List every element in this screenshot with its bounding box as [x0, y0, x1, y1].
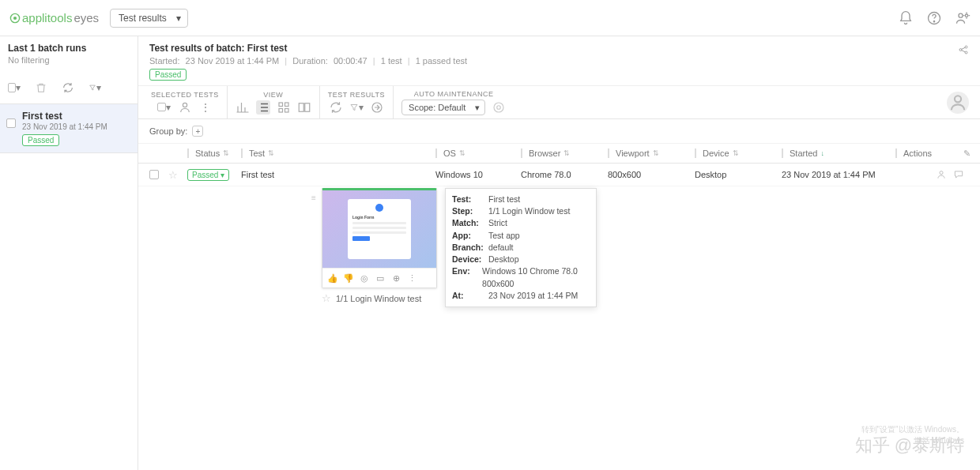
help-icon[interactable]: [926, 10, 942, 26]
col-test[interactable]: Test⇅: [241, 149, 435, 158]
batch-status-badge: Passed: [22, 134, 59, 146]
admin-icon[interactable]: [955, 10, 971, 26]
trash-icon[interactable]: [35, 81, 47, 94]
svg-point-1: [13, 16, 17, 19]
col-status[interactable]: Status⇅: [187, 149, 241, 158]
sidebar: Last 1 batch runs No filtering ▾ ▾ First…: [0, 36, 138, 470]
user-avatar[interactable]: [947, 92, 969, 114]
group-by-label: Group by:: [149, 126, 187, 136]
group-selected-label: SELECTED TESTS: [151, 91, 219, 99]
view-list-icon[interactable]: [256, 100, 270, 115]
tt-env: Windows 10 Chrome 78.0 800x600: [482, 265, 590, 289]
select-rows-checkbox[interactable]: ▾: [157, 100, 172, 115]
tt-step: 1/1 Login Window test: [488, 205, 570, 217]
meta-duration: 00:00:47: [334, 56, 368, 66]
sidebar-title: Last 1 batch runs: [8, 43, 130, 54]
group-by-row: Group by: +: [138, 119, 980, 144]
table-row[interactable]: ☆ Passed▾ First test Windows 10 Chrome 7…: [138, 164, 980, 186]
tt-at: 23 Nov 2019 at 1:44 PM: [488, 290, 578, 302]
svg-point-18: [497, 105, 501, 109]
svg-rect-12: [279, 108, 283, 112]
drag-handle-icon[interactable]: ≡: [311, 194, 316, 202]
context-select[interactable]: Test results ▾: [110, 9, 188, 28]
step-caption-text: 1/1 Login Window test: [336, 294, 421, 303]
refresh-icon[interactable]: [62, 81, 74, 94]
results-diff-icon[interactable]: [370, 100, 384, 115]
bell-icon[interactable]: [898, 10, 914, 26]
step-thumbnail[interactable]: ≡ Login Form 👍 👎 ◎ ▭ ⊕ ⋮: [322, 188, 437, 288]
col-actions: Actions: [895, 149, 969, 158]
svg-point-9: [183, 103, 187, 107]
row-comment-icon[interactable]: [953, 168, 964, 181]
svg-rect-11: [285, 103, 288, 107]
group-results-label: TEST RESULTS: [328, 91, 385, 99]
tool-row: SELECTED TESTS ▾ ⋮ VIEW TEST RESULTS: [138, 86, 980, 119]
view-chart-icon[interactable]: [236, 100, 250, 115]
row-assign-icon[interactable]: [936, 168, 947, 181]
target-icon[interactable]: ◎: [359, 273, 370, 284]
results-refresh-icon[interactable]: [329, 100, 343, 115]
add-group-button[interactable]: +: [192, 126, 203, 137]
brand-logo: applitoolseyes: [9, 11, 99, 24]
batch-date: 23 Nov 2019 at 1:44 PM: [22, 122, 130, 131]
view-steps-icon[interactable]: [297, 100, 311, 115]
col-os[interactable]: OS⇅: [435, 149, 521, 158]
share-icon[interactable]: [958, 44, 969, 58]
row-device: Desktop: [695, 170, 782, 179]
more-icon[interactable]: ⋮: [198, 100, 213, 115]
row-test: First test: [241, 170, 435, 179]
group-auto-maintenance: AUTO MAINTENANCE Scope: Default ▾: [394, 86, 514, 118]
col-viewport[interactable]: Viewport⇅: [608, 149, 695, 158]
thumb-more-icon[interactable]: ⋮: [406, 273, 417, 284]
row-checkbox[interactable]: [149, 170, 159, 179]
thumbs-down-icon[interactable]: 👎: [343, 273, 354, 284]
zoom-icon[interactable]: ⊕: [390, 273, 401, 284]
main-header: Test results of batch: First test Starte…: [138, 36, 980, 86]
filter-icon[interactable]: ▾: [89, 81, 101, 94]
auto-settings-icon[interactable]: [492, 100, 506, 115]
row-status-badge[interactable]: Passed▾: [187, 169, 229, 181]
context-select-label: Test results: [119, 13, 167, 24]
select-all-checkbox[interactable]: ▾: [8, 81, 21, 94]
batch-item[interactable]: First test 23 Nov 2019 at 1:44 PM Passed: [0, 104, 138, 153]
group-view-label: VIEW: [236, 91, 311, 99]
main-title: Test results of batch: First test: [149, 43, 969, 54]
group-selected-tests: SELECTED TESTS ▾ ⋮: [143, 86, 228, 118]
main-meta: Started: 23 Nov 2019 at 1:44 PM | Durati…: [149, 56, 969, 66]
sidebar-toolbar: ▾ ▾: [0, 71, 138, 104]
meta-started: 23 Nov 2019 at 1:44 PM: [186, 56, 280, 66]
thumb-toolbar: 👍 👎 ◎ ▭ ⊕ ⋮: [322, 268, 436, 288]
svg-rect-14: [299, 103, 303, 111]
col-started[interactable]: Started↓: [782, 149, 895, 158]
svg-rect-13: [285, 108, 288, 112]
region-icon[interactable]: ▭: [375, 273, 386, 284]
tt-branch: default: [488, 242, 514, 254]
edit-columns-icon[interactable]: ✎: [963, 149, 971, 159]
svg-point-17: [494, 103, 503, 112]
sidebar-subtitle: No filtering: [8, 55, 130, 65]
meta-started-label: Started:: [149, 56, 180, 66]
col-browser[interactable]: Browser⇅: [521, 149, 608, 158]
view-grid-icon[interactable]: [277, 100, 291, 115]
svg-point-20: [940, 171, 943, 175]
row-browser: Chrome 78.0: [521, 170, 608, 179]
group-view: VIEW: [228, 86, 320, 118]
col-device[interactable]: Device⇅: [695, 149, 782, 158]
group-results: TEST RESULTS ▾: [320, 86, 394, 118]
brand-sub: eyes: [74, 11, 99, 24]
step-tooltip: Test:First test Step:1/1 Login Window te…: [445, 188, 597, 307]
svg-point-4: [959, 13, 963, 17]
table-header: Status⇅ Test⇅ OS⇅ Browser⇅ Viewport⇅ Dev…: [138, 144, 980, 164]
svg-point-3: [933, 21, 934, 21]
assign-icon[interactable]: [178, 100, 192, 115]
step-star-icon[interactable]: ☆: [322, 292, 331, 304]
thumb-card-title: Login Form: [352, 215, 406, 220]
batch-checkbox[interactable]: [6, 118, 16, 128]
chevron-down-icon: ▾: [475, 102, 480, 112]
row-viewport: 800x600: [608, 170, 695, 179]
row-star-icon[interactable]: ☆: [168, 169, 178, 181]
results-filter-icon[interactable]: ▾: [349, 100, 364, 115]
scope-select[interactable]: Scope: Default ▾: [401, 100, 485, 115]
thumbs-up-icon[interactable]: 👍: [327, 273, 338, 284]
tt-match: Strict: [488, 217, 507, 229]
